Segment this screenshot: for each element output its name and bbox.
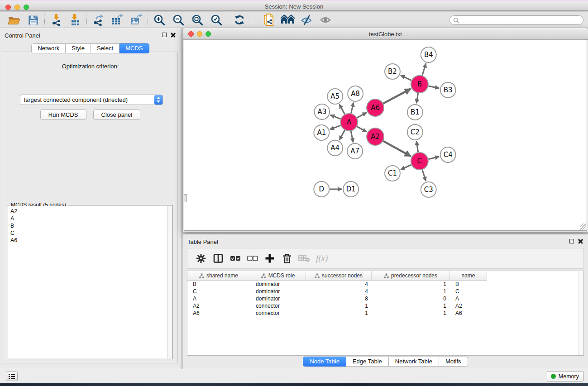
tab-style[interactable]: Style — [66, 43, 91, 53]
mcds-result-item[interactable]: A2 — [10, 208, 172, 215]
tab-select[interactable]: Select — [91, 43, 120, 53]
delete-table-button[interactable] — [296, 250, 312, 267]
show-eye-button[interactable] — [316, 13, 335, 27]
graph-edge-a-a2[interactable] — [357, 127, 367, 132]
table-cell[interactable]: 8 — [306, 295, 372, 302]
graph-edge-c-c2[interactable] — [416, 141, 418, 152]
network-graph[interactable]: B4B2BB3A8A5A6A3B1AA1C2A2A4A7C4CC1DD1C3 — [184, 40, 587, 230]
table-cell[interactable]: 1 — [372, 303, 450, 309]
graph-edge-c-c3[interactable] — [422, 170, 426, 181]
table-cell[interactable]: 4 — [306, 281, 372, 287]
mcds-list-scrollbar[interactable] — [167, 206, 172, 358]
table-cell[interactable]: 4 — [306, 288, 372, 295]
table-cell[interactable]: connector — [250, 303, 306, 309]
table-cell[interactable]: A2 — [187, 303, 250, 309]
import-table-button[interactable] — [66, 13, 85, 27]
create-column-button[interactable] — [262, 250, 278, 267]
canvas-splitter-handle[interactable] — [184, 194, 187, 202]
table-cell[interactable]: 1 — [372, 281, 450, 287]
criterion-select[interactable]: largest connected component (directed) — [20, 95, 163, 105]
zoom-out-button[interactable] — [169, 13, 188, 27]
table-cell[interactable]: B — [450, 281, 487, 287]
table-row[interactable]: Adominator80A — [187, 295, 583, 302]
graph-edge-c-c1[interactable] — [401, 165, 411, 170]
column-header-successor-nodes[interactable]: successor nodes — [306, 271, 372, 281]
graph-edge-a-a1[interactable] — [330, 125, 341, 129]
table-cell[interactable]: dominator — [250, 288, 306, 295]
save-session-button[interactable] — [24, 13, 43, 27]
show-columns-button[interactable] — [210, 250, 226, 267]
table-cell[interactable]: 1 — [372, 310, 450, 316]
float-panel-icon[interactable] — [569, 239, 574, 243]
graph-edge-b-b4[interactable] — [422, 63, 426, 76]
tab-node-table[interactable]: Node Table — [303, 357, 346, 367]
mcds-result-item[interactable]: C — [10, 229, 172, 237]
tab-edge-table[interactable]: Edge Table — [346, 357, 389, 367]
zoom-fit-button[interactable] — [188, 13, 207, 27]
tab-motifs[interactable]: Motifs — [439, 357, 468, 367]
close-panel-button[interactable]: Close panel — [93, 110, 141, 120]
float-panel-icon[interactable] — [162, 33, 167, 37]
network-canvas[interactable]: B4B2BB3A8A5A6A3B1AA1C2A2A4A7C4CC1DD1C3 — [184, 40, 587, 231]
import-network-button[interactable] — [47, 13, 66, 27]
memory-button[interactable]: Memory — [547, 371, 584, 381]
table-cell[interactable]: dominator — [250, 281, 306, 287]
table-cell[interactable]: 1 — [372, 288, 450, 295]
mcds-result-item[interactable]: A — [10, 215, 172, 222]
column-header-shared-name[interactable]: shared name — [187, 271, 250, 281]
deselect-all-button[interactable] — [244, 250, 261, 267]
column-header-mcds-role[interactable]: MCDS role — [250, 271, 306, 281]
graph-edge-a-a6[interactable] — [357, 113, 367, 118]
select-stepper-icon[interactable] — [154, 95, 163, 105]
tab-mcds[interactable]: MCDS — [120, 43, 149, 53]
network-window-titlebar[interactable]: testGlobe.txt — [183, 28, 588, 40]
export-table-button[interactable] — [108, 13, 127, 27]
table-row[interactable]: Cdominator41C — [187, 288, 583, 295]
home-button[interactable] — [278, 13, 297, 27]
table-scrollbar[interactable] — [578, 271, 583, 355]
table-cell[interactable]: 0 — [372, 295, 450, 302]
table-cell[interactable]: A2 — [450, 303, 487, 309]
window-resize-grip[interactable] — [580, 224, 586, 230]
table-cell[interactable]: 1 — [306, 303, 372, 309]
graph-edge-a-a7[interactable] — [351, 131, 353, 143]
task-history-button[interactable] — [6, 372, 18, 381]
mcds-result-item[interactable]: B — [10, 222, 172, 229]
select-all-button[interactable] — [227, 250, 244, 267]
hide-eye-button[interactable] — [297, 13, 316, 27]
column-header-predecessor-nodes[interactable]: predecessor nodes — [372, 271, 450, 281]
zoom-in-button[interactable] — [150, 13, 169, 27]
table-cell[interactable]: A — [450, 295, 487, 302]
export-image-button[interactable] — [127, 13, 146, 27]
graph-edge-a6-b[interactable] — [383, 89, 411, 103]
graph-edge-a-a5[interactable] — [339, 105, 345, 114]
table-cell[interactable]: C — [187, 288, 250, 295]
zoom-selected-button[interactable] — [207, 13, 226, 27]
graph-edge-b-b1[interactable] — [416, 93, 418, 104]
tab-network[interactable]: Network — [31, 43, 66, 53]
table-cell[interactable]: A — [187, 295, 250, 302]
open-session-button[interactable] — [5, 13, 24, 27]
graph-edge-a-a8[interactable] — [351, 103, 354, 114]
column-header-name[interactable]: name — [450, 271, 487, 281]
export-network-button[interactable] — [89, 13, 108, 27]
run-mcds-button[interactable]: Run MCDS — [40, 110, 86, 120]
table-row[interactable]: A6connector11A6 — [187, 310, 583, 317]
new-network-from-file-button[interactable] — [259, 13, 278, 27]
tab-network-table[interactable]: Network Table — [389, 357, 439, 367]
graph-edge-b-b2[interactable] — [401, 75, 411, 80]
graph-edge-a-a3[interactable] — [330, 115, 341, 119]
graph-edge-c-c4[interactable] — [428, 157, 439, 159]
refresh-button[interactable] — [230, 13, 249, 27]
graph-edge-a-a4[interactable] — [339, 130, 345, 140]
table-row[interactable]: A2connector11A2 — [187, 302, 583, 310]
function-builder-button[interactable]: f(x) — [316, 253, 328, 263]
delete-column-button[interactable] — [279, 250, 295, 267]
search-input[interactable] — [459, 16, 583, 24]
close-panel-icon[interactable] — [578, 238, 583, 244]
table-cell[interactable]: A6 — [187, 310, 250, 316]
table-row[interactable]: Bdominator41B — [187, 281, 583, 288]
close-panel-icon[interactable] — [171, 32, 176, 38]
table-settings-button[interactable] — [193, 250, 209, 267]
graph-edge-a2-c[interactable] — [383, 141, 411, 157]
